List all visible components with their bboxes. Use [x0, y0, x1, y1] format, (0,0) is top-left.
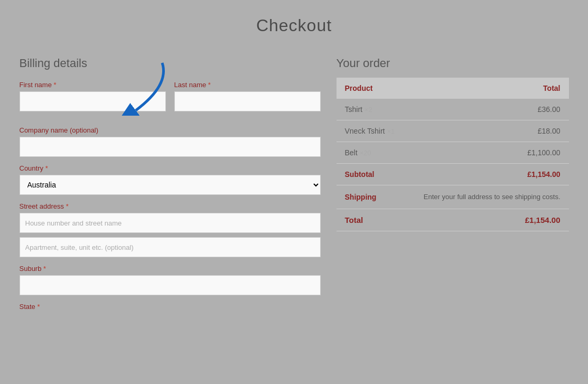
billing-title: Billing details — [20, 57, 321, 70]
country-select[interactable]: Australia — [20, 175, 321, 195]
shipping-row: Shipping Enter your full address to see … — [337, 185, 569, 209]
order-item-row: Belt ×20 £1,100.00 — [337, 142, 569, 164]
page-title: Checkout — [0, 0, 588, 57]
order-item-row: Vneck Tshirt ×1 £18.00 — [337, 120, 569, 142]
order-section: Your order Product Total Tshirt ×2 £36.0… — [337, 57, 569, 321]
country-required: * — [43, 164, 48, 172]
order-item-price: £36.00 — [407, 99, 568, 120]
subtotal-label: Subtotal — [337, 164, 407, 185]
shipping-label: Shipping — [337, 185, 407, 209]
company-name-input[interactable] — [20, 137, 321, 157]
total-col-header: Total — [407, 78, 568, 99]
company-name-group: Company name (optional) — [20, 126, 321, 157]
name-row: First name * Last name * — [20, 81, 321, 119]
subtotal-row: Subtotal £1,154.00 — [337, 164, 569, 185]
shipping-note: Enter your full address to see shipping … — [424, 193, 561, 201]
billing-section: Billing details First name * Last name * — [20, 57, 321, 321]
shipping-value: Enter your full address to see shipping … — [407, 185, 568, 209]
last-name-group: Last name * — [174, 81, 321, 111]
order-table: Product Total Tshirt ×2 £36.00 Vneck Tsh… — [337, 78, 569, 231]
order-title: Your order — [337, 57, 569, 70]
last-name-input[interactable] — [174, 91, 321, 111]
order-item-name: Tshirt ×2 — [337, 99, 407, 120]
first-name-group: First name * — [20, 81, 166, 111]
total-label: Total — [337, 209, 407, 231]
apt-address-input[interactable] — [20, 237, 321, 257]
first-name-input[interactable] — [20, 91, 166, 111]
suburb-group: Suburb * — [20, 265, 321, 295]
order-item-row: Tshirt ×2 £36.00 — [337, 99, 569, 120]
order-table-header-row: Product Total — [337, 78, 569, 99]
country-group: Country * Australia — [20, 164, 321, 195]
first-name-label: First name * — [20, 81, 166, 89]
product-col-header: Product — [337, 78, 407, 99]
total-value: £1,154.00 — [407, 209, 568, 231]
street-address-label: Street address * — [20, 202, 321, 210]
subtotal-value: £1,154.00 — [407, 164, 568, 185]
street-address-required: * — [64, 202, 69, 210]
state-label: State * — [20, 303, 321, 311]
company-name-label: Company name (optional) — [20, 126, 321, 134]
order-item-price: £1,100.00 — [407, 142, 568, 164]
order-item-price: £18.00 — [407, 120, 568, 142]
suburb-input[interactable] — [20, 275, 321, 295]
state-group: State * — [20, 303, 321, 313]
street-address-input[interactable] — [20, 213, 321, 233]
order-item-name: Belt ×20 — [337, 142, 407, 164]
first-name-required: * — [52, 81, 57, 89]
last-name-required: * — [206, 81, 211, 89]
state-required: * — [35, 303, 40, 311]
suburb-required: * — [41, 265, 46, 273]
total-row: Total £1,154.00 — [337, 209, 569, 231]
order-item-name: Vneck Tshirt ×1 — [337, 120, 407, 142]
suburb-label: Suburb * — [20, 265, 321, 273]
street-address-group: Street address * — [20, 202, 321, 257]
last-name-label: Last name * — [174, 81, 321, 89]
country-label: Country * — [20, 164, 321, 172]
